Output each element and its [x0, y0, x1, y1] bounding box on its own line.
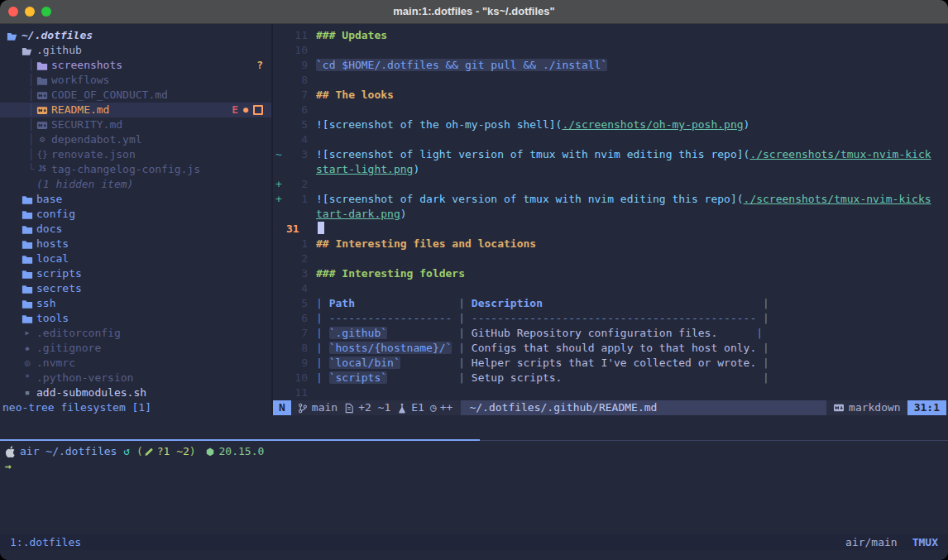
editor-line[interactable]: 8 — [273, 73, 948, 88]
tree-item-root[interactable]: ~/.dotfiles — [0, 28, 271, 43]
editor-buffer[interactable]: 11### Updates 10 9`cd $HOME/.dotfiles &&… — [273, 24, 948, 415]
tree-item-screenshots[interactable]: │screenshots? — [0, 58, 271, 73]
editor-line[interactable]: +2 — [273, 177, 948, 192]
tree-item-secrets[interactable]: secrets — [0, 281, 271, 296]
tree-item-tools[interactable]: tools — [0, 311, 271, 326]
tree-item-ssh[interactable]: ssh — [0, 296, 271, 311]
editor-line[interactable]: 7| `.github` | GitHub Repository configu… — [273, 326, 948, 341]
editor-line[interactable]: 3### Interesting folders — [273, 266, 948, 281]
table-cell: GitHub Repository configuration files. — [472, 327, 717, 339]
tree-item-renovate[interactable]: │{}renovate.json — [0, 147, 271, 162]
gear-icon: ⚙ — [36, 132, 48, 147]
editor-line-wrap[interactable]: tart-dark.png) — [273, 207, 948, 222]
editor-line[interactable]: 9| `local/bin` | Helper scripts that I'v… — [273, 356, 948, 371]
git-untracked-badge: ? — [256, 58, 263, 73]
editor-line[interactable]: 4 — [273, 281, 948, 296]
tree-item-gitignore[interactable]: ◆.gitignore — [0, 341, 271, 356]
inline-code-text: `local/bin` — [329, 357, 400, 369]
tree-item-github[interactable]: .github — [0, 43, 271, 58]
folder-icon — [22, 254, 33, 265]
document-icon — [343, 403, 355, 414]
inline-code-text: `scripts` — [329, 371, 387, 384]
markdown-link: ./screenshots/tmux-nvim-kick — [749, 148, 931, 160]
markdown-link: start-light.png — [316, 163, 413, 175]
editor-line[interactable]: 7## The looks — [273, 88, 948, 103]
tree-item-code-of-conduct[interactable]: │CODE_OF_CONDUCT.md — [0, 88, 271, 103]
tree-item-tag-changelog[interactable]: └JStag-changelog-config.js — [0, 162, 271, 177]
folder-icon — [22, 314, 33, 324]
filetype-label: markdown — [849, 400, 901, 415]
editor-line[interactable]: +1![screenshot of dark version of tmux w… — [273, 192, 948, 207]
shell-script-icon: ▪ — [22, 385, 33, 400]
neo-tree-panel[interactable]: ~/.dotfiles .github │screenshots? │workf… — [0, 24, 271, 415]
tree-item-security[interactable]: │SECURITY.md — [0, 117, 271, 132]
git-diamond-icon: ◆ — [22, 341, 33, 356]
shell-prompt: air ~/.dotfiles ↺ (?1 ~2) 20.15.0 — [0, 444, 948, 459]
modified-dot-icon: ● — [243, 103, 248, 117]
javascript-icon: JS — [36, 162, 48, 177]
editor-line[interactable]: 5| Path | Description | — [273, 296, 948, 311]
git-diff-stats: +2 ~1 — [358, 400, 390, 415]
window-title: main:1:.dotfiles - "ks~/.dotfiles" — [0, 4, 948, 19]
folder-icon — [22, 194, 33, 205]
markdown-file-icon — [833, 403, 845, 413]
tree-item-hosts[interactable]: hosts — [0, 237, 271, 251]
editor-line[interactable]: ~3![screenshot of light version of tmux … — [273, 147, 948, 162]
folder-icon — [22, 224, 33, 235]
editor-line[interactable]: 11 — [273, 385, 948, 400]
editor-line[interactable]: 1## Interesting files and locations — [273, 237, 948, 251]
editor-line[interactable]: 6 — [273, 103, 948, 117]
editor-line[interactable]: 8| `hosts/{hostname}/` | Configs that sh… — [273, 341, 948, 356]
editor-line[interactable]: 9`cd $HOME/.dotfiles && git pull && ./in… — [273, 58, 948, 73]
folder-icon — [22, 269, 33, 280]
node-icon — [204, 448, 216, 457]
folder-open-icon — [7, 31, 18, 41]
table-cell: Setup scripts. — [472, 371, 563, 384]
tree-item-editorconfig[interactable]: ▶.editorconfig — [0, 326, 271, 341]
tmux-label: TMUX — [912, 535, 938, 550]
markdown-file-icon — [36, 105, 48, 116]
editor-line[interactable]: 10 — [273, 43, 948, 58]
json-braces-icon: {} — [36, 147, 48, 162]
git-status-counts: ?1 ~2 — [157, 444, 189, 459]
tree-item-scripts[interactable]: scripts — [0, 266, 271, 281]
editor-line[interactable]: 2 — [273, 251, 948, 266]
markdown-link: ./screenshots/tmux-nvim-kicks — [744, 193, 931, 205]
current-line-number: 31 — [285, 222, 318, 237]
pane-border-active[interactable] — [0, 439, 480, 441]
editor-line[interactable]: 11### Updates — [273, 28, 948, 43]
gitsign-add: + — [273, 192, 285, 207]
editor-line[interactable]: 6| ------------------- | ---------------… — [273, 311, 948, 326]
pane-border-inactive[interactable] — [480, 440, 948, 441]
folder-icon — [22, 299, 33, 309]
cursor-position: 31:1 — [907, 400, 946, 415]
tree-item-nvmrc[interactable]: ◎.nvmrc — [0, 356, 271, 371]
heading2-text: ## Interesting files and locations — [316, 237, 536, 250]
diagnostic-count: E1 — [411, 400, 424, 415]
folder-icon — [36, 60, 48, 71]
shell-pane[interactable]: air ~/.dotfiles ↺ (?1 ~2) 20.15.0 → — [0, 444, 948, 474]
python-star-icon: * — [22, 371, 33, 385]
tmux-window-name[interactable]: 1:.dotfiles — [0, 535, 81, 550]
editor-line-wrap[interactable]: start-light.png) — [273, 162, 948, 177]
markdown-file-icon — [36, 90, 48, 101]
table-header-cell: Description — [472, 297, 543, 309]
node-version: 20.15.0 — [219, 444, 265, 459]
editor-line-current[interactable]: 31 — [273, 222, 948, 237]
file-path: ~/.dotfiles/.github/README.md — [461, 400, 826, 415]
tree-item-base[interactable]: base — [0, 192, 271, 207]
tree-item-docs[interactable]: docs — [0, 222, 271, 237]
terminal-window: main:1:.dotfiles - "ks~/.dotfiles" ~/.do… — [0, 0, 948, 560]
tree-item-python-version[interactable]: *.python-version — [0, 371, 271, 385]
shell-input-line[interactable]: → — [0, 459, 948, 474]
tree-item-workflows[interactable]: │workflows — [0, 73, 271, 88]
tree-item-config[interactable]: config — [0, 207, 271, 222]
editor-line[interactable]: 4 — [273, 132, 948, 147]
tree-item-add-submodules[interactable]: ▪add-submodules.sh — [0, 385, 271, 400]
editor-line[interactable]: 10| `scripts` | Setup scripts. | — [273, 371, 948, 385]
git-branch-name: main — [312, 400, 338, 415]
tree-item-dependabot[interactable]: │⚙dependabot.yml — [0, 132, 271, 147]
editor-line[interactable]: 5![screenshot of the oh-my-posh shell](.… — [273, 117, 948, 132]
tree-item-local[interactable]: local — [0, 251, 271, 266]
tree-item-readme[interactable]: │README.mdE● — [0, 103, 271, 117]
